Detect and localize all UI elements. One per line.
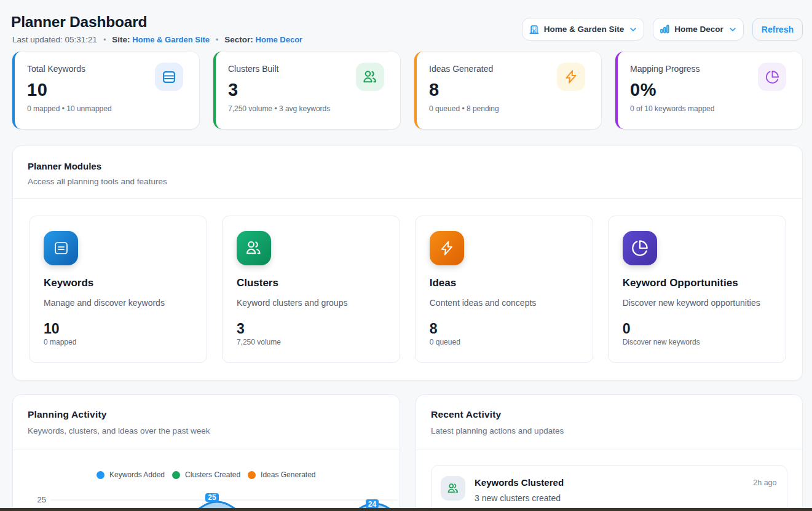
svg-text:24: 24 [368,500,377,509]
svg-text:25: 25 [208,493,216,502]
svg-text:25: 25 [37,495,46,504]
